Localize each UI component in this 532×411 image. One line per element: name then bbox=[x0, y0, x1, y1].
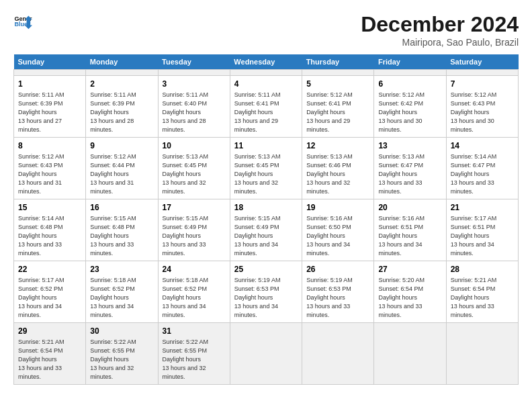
week-row-1: 1Sunrise: 5:11 AMSunset: 6:39 PMDaylight… bbox=[14, 76, 519, 138]
week-row-5: 29Sunrise: 5:21 AMSunset: 6:54 PMDayligh… bbox=[14, 323, 519, 385]
week-row-2: 8Sunrise: 5:12 AMSunset: 6:43 PMDaylight… bbox=[14, 138, 519, 199]
calendar-cell: 19Sunrise: 5:16 AMSunset: 6:50 PMDayligh… bbox=[302, 199, 374, 261]
header-thursday: Thursday bbox=[302, 54, 374, 70]
day-number: 15 bbox=[18, 202, 81, 214]
calendar-cell: 12Sunrise: 5:13 AMSunset: 6:46 PMDayligh… bbox=[302, 138, 374, 199]
day-number: 13 bbox=[378, 140, 441, 152]
day-number: 4 bbox=[234, 79, 298, 90]
calendar-cell: 30Sunrise: 5:22 AMSunset: 6:55 PMDayligh… bbox=[86, 323, 158, 385]
week-row-4: 22Sunrise: 5:17 AMSunset: 6:52 PMDayligh… bbox=[14, 261, 519, 323]
calendar-cell: 7Sunrise: 5:12 AMSunset: 6:43 PMDaylight… bbox=[446, 76, 518, 138]
calendar-cell bbox=[158, 70, 230, 76]
day-number: 22 bbox=[18, 264, 81, 275]
day-number: 1 bbox=[18, 79, 81, 90]
calendar-cell: 13Sunrise: 5:13 AMSunset: 6:47 PMDayligh… bbox=[374, 138, 446, 199]
day-info: Sunrise: 5:13 AMSunset: 6:46 PMDaylight … bbox=[306, 152, 369, 196]
day-number: 8 bbox=[18, 140, 81, 152]
logo: General Blue bbox=[13, 12, 32, 31]
day-number: 21 bbox=[451, 202, 514, 214]
day-number: 10 bbox=[163, 140, 226, 152]
day-number: 30 bbox=[90, 326, 153, 337]
calendar-table: Sunday Monday Tuesday Wednesday Thursday… bbox=[13, 54, 519, 385]
calendar-cell: 6Sunrise: 5:12 AMSunset: 6:42 PMDaylight… bbox=[374, 76, 446, 138]
day-info: Sunrise: 5:15 AMSunset: 6:49 PMDaylight … bbox=[163, 214, 226, 258]
week-row-0 bbox=[14, 70, 519, 76]
calendar-cell: 2Sunrise: 5:11 AMSunset: 6:39 PMDaylight… bbox=[86, 76, 158, 138]
calendar-cell bbox=[302, 70, 374, 76]
day-info: Sunrise: 5:13 AMSunset: 6:45 PMDaylight … bbox=[234, 152, 298, 196]
day-info: Sunrise: 5:12 AMSunset: 6:44 PMDaylight … bbox=[90, 152, 153, 196]
calendar-cell: 22Sunrise: 5:17 AMSunset: 6:52 PMDayligh… bbox=[14, 261, 86, 323]
day-number: 31 bbox=[163, 326, 226, 337]
days-header-row: Sunday Monday Tuesday Wednesday Thursday… bbox=[14, 54, 519, 70]
calendar-cell: 14Sunrise: 5:14 AMSunset: 6:47 PMDayligh… bbox=[446, 138, 518, 199]
calendar-cell bbox=[446, 70, 518, 76]
calendar-cell: 25Sunrise: 5:19 AMSunset: 6:53 PMDayligh… bbox=[230, 261, 302, 323]
day-info: Sunrise: 5:14 AMSunset: 6:48 PMDaylight … bbox=[18, 214, 81, 258]
calendar-cell: 18Sunrise: 5:15 AMSunset: 6:49 PMDayligh… bbox=[230, 199, 302, 261]
calendar-cell: 4Sunrise: 5:11 AMSunset: 6:41 PMDaylight… bbox=[230, 76, 302, 138]
calendar-cell: 1Sunrise: 5:11 AMSunset: 6:39 PMDaylight… bbox=[14, 76, 86, 138]
day-number: 19 bbox=[306, 202, 369, 214]
day-info: Sunrise: 5:19 AMSunset: 6:53 PMDaylight … bbox=[234, 276, 298, 320]
month-title: December 2024 bbox=[361, 12, 519, 37]
day-info: Sunrise: 5:16 AMSunset: 6:50 PMDaylight … bbox=[306, 214, 369, 258]
header-friday: Friday bbox=[374, 54, 446, 70]
day-info: Sunrise: 5:17 AMSunset: 6:51 PMDaylight … bbox=[451, 214, 514, 258]
day-number: 3 bbox=[163, 79, 226, 90]
svg-text:Blue: Blue bbox=[14, 21, 28, 28]
calendar-cell: 11Sunrise: 5:13 AMSunset: 6:45 PMDayligh… bbox=[230, 138, 302, 199]
day-info: Sunrise: 5:12 AMSunset: 6:41 PMDaylight … bbox=[306, 91, 369, 134]
day-number: 26 bbox=[306, 264, 369, 275]
day-info: Sunrise: 5:15 AMSunset: 6:49 PMDaylight … bbox=[234, 214, 298, 258]
day-info: Sunrise: 5:18 AMSunset: 6:52 PMDaylight … bbox=[90, 276, 153, 320]
calendar-cell: 3Sunrise: 5:11 AMSunset: 6:40 PMDaylight… bbox=[158, 76, 230, 138]
header-wednesday: Wednesday bbox=[230, 54, 302, 70]
day-info: Sunrise: 5:11 AMSunset: 6:39 PMDaylight … bbox=[18, 91, 81, 134]
day-info: Sunrise: 5:21 AMSunset: 6:54 PMDaylight … bbox=[18, 338, 81, 381]
logo-icon: General Blue bbox=[13, 12, 32, 31]
calendar-cell bbox=[14, 70, 86, 76]
calendar-cell: 31Sunrise: 5:22 AMSunset: 6:55 PMDayligh… bbox=[158, 323, 230, 385]
calendar-cell: 15Sunrise: 5:14 AMSunset: 6:48 PMDayligh… bbox=[14, 199, 86, 261]
day-info: Sunrise: 5:18 AMSunset: 6:52 PMDaylight … bbox=[163, 276, 226, 320]
day-number: 7 bbox=[451, 79, 514, 90]
day-info: Sunrise: 5:20 AMSunset: 6:54 PMDaylight … bbox=[378, 276, 441, 320]
day-number: 25 bbox=[234, 264, 298, 275]
calendar-cell: 27Sunrise: 5:20 AMSunset: 6:54 PMDayligh… bbox=[374, 261, 446, 323]
calendar-cell: 5Sunrise: 5:12 AMSunset: 6:41 PMDaylight… bbox=[302, 76, 374, 138]
day-number: 20 bbox=[378, 202, 441, 214]
day-info: Sunrise: 5:11 AMSunset: 6:40 PMDaylight … bbox=[163, 91, 226, 134]
day-info: Sunrise: 5:13 AMSunset: 6:47 PMDaylight … bbox=[378, 152, 441, 196]
day-number: 12 bbox=[306, 140, 369, 152]
calendar-cell: 21Sunrise: 5:17 AMSunset: 6:51 PMDayligh… bbox=[446, 199, 518, 261]
calendar-cell: 16Sunrise: 5:15 AMSunset: 6:48 PMDayligh… bbox=[86, 199, 158, 261]
day-number: 18 bbox=[234, 202, 298, 214]
location-subtitle: Mairipora, Sao Paulo, Brazil bbox=[361, 37, 519, 48]
calendar-cell bbox=[446, 323, 518, 385]
day-info: Sunrise: 5:11 AMSunset: 6:41 PMDaylight … bbox=[234, 91, 298, 134]
calendar-cell bbox=[86, 70, 158, 76]
calendar-cell: 29Sunrise: 5:21 AMSunset: 6:54 PMDayligh… bbox=[14, 323, 86, 385]
day-number: 11 bbox=[234, 140, 298, 152]
header-tuesday: Tuesday bbox=[158, 54, 230, 70]
day-info: Sunrise: 5:16 AMSunset: 6:51 PMDaylight … bbox=[378, 214, 441, 258]
day-number: 23 bbox=[90, 264, 153, 275]
calendar-cell: 10Sunrise: 5:13 AMSunset: 6:45 PMDayligh… bbox=[158, 138, 230, 199]
calendar-cell bbox=[230, 70, 302, 76]
day-info: Sunrise: 5:11 AMSunset: 6:39 PMDaylight … bbox=[90, 91, 153, 134]
calendar-cell: 24Sunrise: 5:18 AMSunset: 6:52 PMDayligh… bbox=[158, 261, 230, 323]
calendar-cell: 8Sunrise: 5:12 AMSunset: 6:43 PMDaylight… bbox=[14, 138, 86, 199]
calendar-cell bbox=[374, 323, 446, 385]
day-number: 9 bbox=[90, 140, 153, 152]
day-number: 29 bbox=[18, 326, 81, 337]
week-row-3: 15Sunrise: 5:14 AMSunset: 6:48 PMDayligh… bbox=[14, 199, 519, 261]
day-info: Sunrise: 5:22 AMSunset: 6:55 PMDaylight … bbox=[90, 338, 153, 381]
calendar-cell: 28Sunrise: 5:21 AMSunset: 6:54 PMDayligh… bbox=[446, 261, 518, 323]
day-info: Sunrise: 5:12 AMSunset: 6:42 PMDaylight … bbox=[378, 91, 441, 134]
day-info: Sunrise: 5:21 AMSunset: 6:54 PMDaylight … bbox=[451, 276, 514, 320]
day-number: 2 bbox=[90, 79, 153, 90]
day-number: 16 bbox=[90, 202, 153, 214]
calendar-cell bbox=[230, 323, 302, 385]
day-number: 6 bbox=[378, 79, 441, 90]
